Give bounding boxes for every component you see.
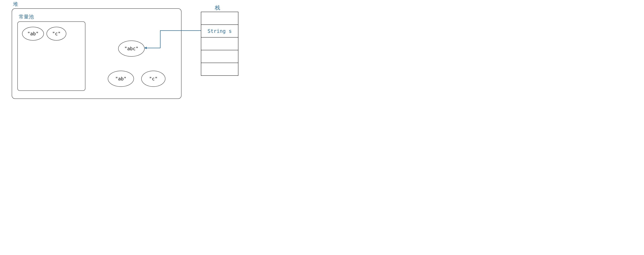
stack-cell-4 (201, 63, 238, 75)
stack-box: String s (201, 12, 238, 76)
stack-cell-2 (201, 38, 238, 50)
diagram-canvas: 堆 常量池 "ab" "c" "abc" "ab" "c" 栈 String s (0, 0, 260, 103)
arrow-horizontal (160, 30, 201, 31)
stack-label: 栈 (215, 4, 220, 12)
arrow-vertical (160, 30, 160, 48)
constant-pool-label: 常量池 (19, 14, 34, 20)
stack-cell-0 (201, 12, 238, 25)
heap-label: 堆 (13, 1, 18, 8)
arrow-head-icon (144, 47, 147, 49)
heap-object-abc: "abc" (118, 41, 145, 57)
pool-string-ab: "ab" (22, 27, 44, 41)
constant-pool-box: "ab" "c" (18, 22, 86, 91)
pool-string-c: "c" (46, 27, 66, 41)
heap-object-ab: "ab" (108, 71, 134, 87)
arrow-horizontal-2 (147, 48, 160, 48)
heap-box: 常量池 "ab" "c" "abc" "ab" "c" (12, 8, 182, 99)
stack-cell-string-s: String s (201, 25, 238, 38)
stack-cell-3 (201, 50, 238, 63)
heap-object-c: "c" (141, 71, 166, 87)
